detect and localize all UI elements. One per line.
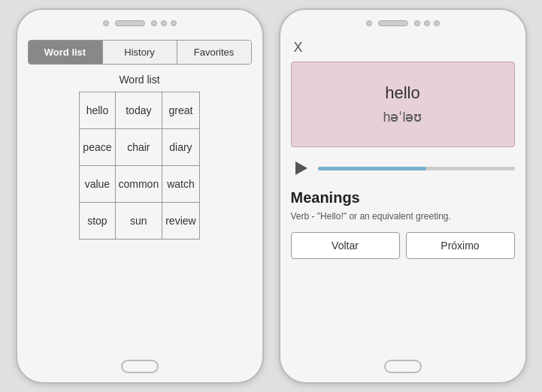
section-title: Word list bbox=[119, 74, 159, 86]
list-item[interactable]: sun bbox=[115, 203, 162, 240]
phone-home-button[interactable] bbox=[121, 360, 159, 373]
right-phone-dot-left bbox=[366, 20, 372, 26]
table-row: valuecommonwatch bbox=[80, 166, 199, 203]
phone-bottom bbox=[121, 360, 159, 373]
tab-word-list[interactable]: Word list bbox=[29, 41, 103, 64]
close-button[interactable]: X bbox=[291, 40, 306, 56]
list-item[interactable]: stop bbox=[80, 203, 115, 240]
word-grid-container[interactable]: hellotodaygreatpeacechairdiaryvaluecommo… bbox=[79, 92, 199, 339]
phone-speaker bbox=[115, 20, 145, 26]
table-row: peacechairdiary bbox=[80, 129, 199, 166]
back-button[interactable]: Voltar bbox=[291, 232, 400, 259]
list-item[interactable]: peace bbox=[80, 129, 115, 166]
phone-dot-left bbox=[103, 20, 109, 26]
list-item[interactable]: diary bbox=[162, 129, 199, 166]
tab-history[interactable]: History bbox=[103, 41, 177, 64]
list-item[interactable]: common bbox=[115, 166, 162, 203]
left-phone: Word list History Favorites Word list he… bbox=[16, 8, 264, 384]
right-dot-1 bbox=[414, 20, 420, 26]
list-item[interactable]: hello bbox=[80, 92, 115, 129]
word-card: hello həˈləʊ bbox=[291, 62, 515, 147]
phone-dots-right bbox=[151, 20, 177, 26]
right-content: X hello həˈləʊ Meanings Verb - "Hello!" … bbox=[291, 40, 515, 360]
right-phone-top-bar bbox=[366, 20, 440, 26]
play-button[interactable] bbox=[291, 158, 312, 179]
right-dot-2 bbox=[424, 20, 430, 26]
audio-row bbox=[291, 158, 515, 179]
right-phone-bottom bbox=[384, 360, 422, 373]
list-item[interactable]: review bbox=[162, 203, 199, 240]
right-phone-speaker bbox=[378, 20, 408, 26]
next-button[interactable]: Próximo bbox=[406, 232, 515, 259]
word-grid: hellotodaygreatpeacechairdiaryvaluecommo… bbox=[79, 92, 199, 240]
list-item[interactable]: great bbox=[162, 92, 199, 129]
play-triangle-icon bbox=[295, 161, 307, 175]
right-phone-home-button[interactable] bbox=[384, 360, 422, 373]
table-row: hellotodaygreat bbox=[80, 92, 199, 129]
phone-dot-3 bbox=[171, 20, 177, 26]
table-row: stopsunreview bbox=[80, 203, 199, 240]
list-item[interactable]: value bbox=[80, 166, 115, 203]
tabs-container: Word list History Favorites bbox=[28, 40, 252, 65]
right-phone-dots-right bbox=[414, 20, 440, 26]
list-item[interactable]: today bbox=[115, 92, 162, 129]
word-main: hello bbox=[385, 83, 419, 103]
audio-progress-bar[interactable] bbox=[318, 167, 515, 170]
list-item[interactable]: chair bbox=[115, 129, 162, 166]
nav-buttons: Voltar Próximo bbox=[291, 232, 515, 259]
phone-dot-2 bbox=[161, 20, 167, 26]
meanings-title: Meanings bbox=[291, 189, 515, 207]
list-item[interactable]: watch bbox=[162, 166, 199, 203]
tab-favorites[interactable]: Favorites bbox=[177, 41, 251, 64]
meanings-text: Verb - "Hello!" or an equivalent greetin… bbox=[291, 211, 515, 222]
word-phonetic: həˈləʊ bbox=[383, 109, 422, 125]
phone-top-bar bbox=[103, 20, 177, 26]
right-phone: X hello həˈləʊ Meanings Verb - "Hello!" … bbox=[279, 8, 527, 384]
phone-dot-1 bbox=[151, 20, 157, 26]
right-dot-3 bbox=[434, 20, 440, 26]
audio-progress-fill bbox=[318, 167, 426, 170]
